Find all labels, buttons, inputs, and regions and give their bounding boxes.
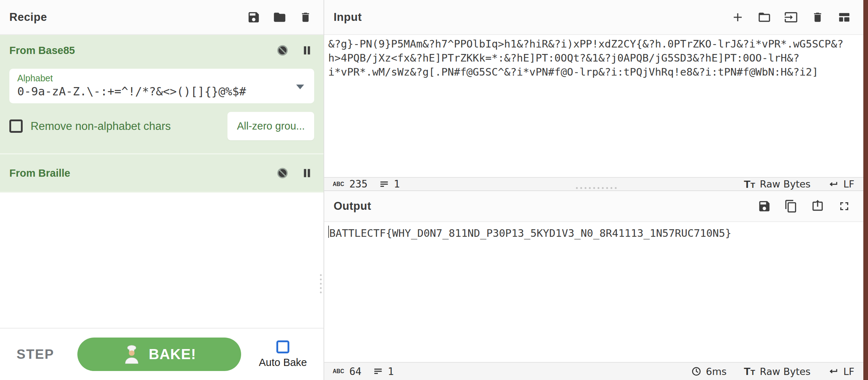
input-line-ending-value[interactable]: LF [843, 178, 854, 190]
disable-operation-icon[interactable] [275, 166, 290, 180]
load-recipe-icon[interactable] [272, 10, 287, 24]
bake-button[interactable]: BAKE! [77, 338, 241, 371]
window-edge-strip [863, 0, 868, 380]
operation-name: From Base85 [9, 45, 75, 56]
line-count-icon [374, 367, 383, 376]
output-line-count: 1 [374, 366, 394, 377]
chef-icon [122, 345, 141, 364]
pane-resize-handle-horizontal[interactable] [576, 187, 616, 189]
auto-bake-checkbox[interactable] [276, 340, 289, 353]
operation-from-base85[interactable]: From Base85 Alphabet 0-9a-zA-Z.\-:+=^!/*… [0, 35, 324, 154]
operation-from-braille[interactable]: From Braille [0, 154, 324, 193]
text-cursor [328, 226, 329, 238]
io-pane: Input [324, 0, 868, 380]
auto-bake-label: Auto Bake [259, 357, 307, 368]
alphabet-value[interactable]: 0-9a-zA-Z.\-:+=^!/*?&<>()[]{}@%$# [17, 85, 306, 98]
disable-operation-icon[interactable] [275, 43, 290, 58]
input-title: Input [334, 11, 362, 24]
output-char-count: ABC 64 [332, 366, 361, 377]
recipe-controls-bar: STEP BAKE! Auto Bake [0, 328, 324, 380]
input-text-line: h>4PQB/jXz<fx&?hE]PTrZKKk=*:&?hE]PT:0OQt… [328, 51, 863, 65]
output-status-bar: ABC 64 1 6ms TT Raw Bytes LF [324, 362, 868, 380]
input-section: Input [324, 0, 868, 191]
recipe-title: Recipe [9, 11, 47, 24]
input-encoding-value[interactable]: Raw Bytes [760, 178, 810, 190]
remove-non-alphabet-checkbox[interactable] [9, 119, 23, 133]
char-count-icon: ABC [333, 368, 344, 375]
output-text-area[interactable]: BATTLECTF{WHY_D0N7_811ND_P30P13_5KYD1V3_… [324, 222, 868, 362]
save-recipe-icon[interactable] [247, 10, 261, 24]
input-text-line: &?g}-PN(9}P5MAm&?h7^PPOlbIq>h1&?hiR&?i)x… [328, 37, 863, 51]
all-zero-group-button[interactable]: All-zero grou... [227, 112, 314, 140]
output-header: Output [324, 191, 868, 222]
open-input-icon[interactable] [784, 10, 798, 24]
bake-button-label: BAKE! [149, 346, 196, 362]
line-count-icon [380, 180, 389, 189]
maximize-output-icon[interactable] [837, 199, 851, 213]
alphabet-field[interactable]: Alphabet 0-9a-zA-Z.\-:+=^!/*?&<>()[]{}@%… [9, 69, 314, 103]
alphabet-label: Alphabet [17, 73, 306, 83]
input-text-line: i*vPR*.wM/sWz&?g[.PN#f@G5SC^&?i*vPN#f@O-… [328, 65, 863, 79]
replace-input-icon[interactable] [810, 199, 825, 213]
char-count-icon: ABC [333, 181, 344, 187]
encoding-icon[interactable]: TT [744, 179, 755, 190]
operation-title-row: From Base85 [9, 35, 314, 66]
recipe-pane: Recipe From Base85 [0, 0, 324, 380]
clear-io-icon[interactable] [810, 10, 825, 24]
clear-recipe-icon[interactable] [298, 10, 313, 24]
breakpoint-icon[interactable] [300, 166, 314, 180]
chevron-down-icon[interactable] [296, 85, 304, 89]
step-button[interactable]: STEP [17, 347, 54, 362]
encoding-icon[interactable]: TT [744, 366, 755, 377]
reset-layout-icon[interactable] [837, 10, 851, 24]
line-ending-icon[interactable] [828, 366, 838, 377]
copy-output-icon[interactable] [784, 199, 798, 213]
output-text: BATTLECTF{WHY_D0N7_811ND_P30P13_5KYD1V3_… [329, 227, 731, 239]
recipe-header: Recipe [0, 0, 324, 35]
output-line-ending-value[interactable]: LF [843, 366, 854, 377]
add-input-tab-icon[interactable] [731, 10, 745, 24]
output-section: Output BATTLECTF{WHY [324, 191, 868, 380]
recipe-list-empty-area[interactable] [0, 193, 324, 328]
auto-bake-control: Auto Bake [259, 340, 307, 368]
input-header: Input [324, 0, 868, 35]
bake-time-icon [691, 366, 701, 376]
operation-title-row: From Braille [9, 154, 314, 192]
pane-resize-handle-vertical[interactable] [320, 274, 322, 293]
output-title: Output [334, 200, 371, 213]
breakpoint-icon[interactable] [300, 43, 314, 58]
line-ending-icon[interactable] [828, 179, 838, 190]
cyberchef-app: Recipe From Base85 [0, 0, 868, 380]
operation-name: From Braille [9, 167, 70, 179]
open-folder-icon[interactable] [757, 10, 772, 24]
input-line-count: 1 [380, 178, 400, 190]
input-char-count: ABC 235 [332, 178, 367, 190]
remove-non-alphabet-label: Remove non-alphabet chars [31, 120, 171, 133]
save-output-icon[interactable] [757, 199, 772, 213]
output-encoding-value[interactable]: Raw Bytes [760, 366, 810, 377]
input-text-area[interactable]: &?g}-PN(9}P5MAm&?h7^PPOlbIq>h1&?hiR&?i)x… [324, 35, 868, 177]
bake-time-value: 6ms [706, 366, 727, 377]
